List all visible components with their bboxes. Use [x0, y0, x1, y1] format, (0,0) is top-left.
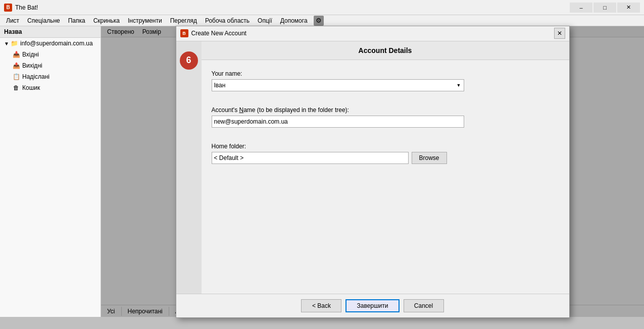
your-name-group: Your name: Іван — [212, 70, 559, 91]
finish-button[interactable]: Завершити — [345, 299, 399, 312]
account-name-group: Account's Name (to be displayed in the f… — [212, 106, 559, 128]
inbox-icon: 📥 — [12, 50, 20, 59]
title-bar-controls: – □ ✕ — [570, 3, 640, 13]
account-name-input[interactable] — [212, 116, 464, 128]
outbox-icon: 📤 — [12, 62, 20, 70]
menu-item-folder[interactable]: Папка — [64, 16, 89, 25]
home-folder-group: Home folder: Browse — [212, 143, 559, 164]
menu-bar: Лист Спеціальне Папка Скринька Інструмен… — [0, 15, 644, 26]
tree-item-inbox[interactable]: 📥 Вхідні — [0, 49, 101, 60]
tree-item-account[interactable]: ▼ 📁 info@superdomain.com.ua — [0, 38, 101, 49]
account-icon: 📁 — [10, 39, 18, 47]
app-title: The Bat! — [15, 4, 570, 11]
dialog-close-button[interactable]: ✕ — [554, 28, 565, 39]
minimize-button[interactable]: – — [570, 3, 592, 13]
account-name-label: Account's Name (to be displayed in the f… — [212, 106, 559, 114]
dialog-footer: < Back Завершити Cancel — [176, 294, 569, 317]
form-header: Account Details — [202, 41, 569, 60]
menu-item-view[interactable]: Перегляд — [166, 16, 201, 25]
expand-icon: ▼ — [4, 41, 9, 46]
form-body: Your name: Іван Account's N — [202, 60, 569, 189]
app-icon: B — [4, 4, 12, 12]
dialog: B Create New Account ✕ 6 Account Details — [176, 26, 570, 318]
panel-header: Назва — [0, 26, 101, 38]
outbox-label: Вихідні — [22, 62, 42, 69]
step-number: 6 — [180, 51, 198, 70]
cancel-button[interactable]: Cancel — [404, 299, 444, 312]
tree-item-trash[interactable]: 🗑 Кошик — [0, 82, 101, 93]
menu-item-tools[interactable]: Інструменти — [124, 16, 166, 25]
dialog-icon: B — [180, 29, 188, 37]
menu-item-special[interactable]: Спеціальне — [23, 16, 64, 25]
settings-icon[interactable]: ⚙ — [314, 16, 324, 26]
sent-icon: 📋 — [12, 73, 20, 81]
maximize-button[interactable]: □ — [593, 3, 616, 13]
browse-button[interactable]: Browse — [412, 152, 447, 164]
dialog-titlebar: B Create New Account ✕ — [176, 26, 569, 41]
dialog-title-text: Create New Account — [191, 30, 554, 37]
tree-item-sent[interactable]: 📋 Надіслані — [0, 71, 101, 82]
back-button[interactable]: < Back — [301, 299, 341, 312]
left-panel: Назва ▼ 📁 info@superdomain.com.ua 📥 Вхід… — [0, 26, 101, 317]
account-label: info@superdomain.com.ua — [20, 40, 93, 47]
your-name-select[interactable]: Іван — [212, 79, 464, 91]
menu-item-list[interactable]: Лист — [2, 16, 23, 25]
menu-item-mailbox[interactable]: Скринька — [89, 16, 124, 25]
home-folder-input[interactable] — [212, 152, 409, 164]
title-bar: B The Bat! – □ ✕ — [0, 0, 644, 15]
home-folder-row: Browse — [212, 152, 559, 164]
your-name-select-wrapper: Іван — [212, 79, 464, 91]
menu-item-workspace[interactable]: Робоча область — [201, 16, 254, 25]
app-close-button[interactable]: ✕ — [617, 3, 640, 13]
your-name-label: Your name: — [212, 70, 559, 77]
trash-icon: 🗑 — [12, 84, 20, 92]
dialog-content: 6 Account Details Your name: Іван — [176, 41, 569, 294]
inbox-label: Вхідні — [22, 51, 39, 58]
app-area: Назва ▼ 📁 info@superdomain.com.ua 📥 Вхід… — [0, 26, 644, 317]
modal-overlay: B Create New Account ✕ 6 Account Details — [101, 26, 644, 317]
trash-label: Кошик — [22, 84, 40, 91]
sent-label: Надіслані — [22, 73, 49, 80]
form-area: Account Details Your name: Іван — [202, 41, 569, 294]
right-area: Створено Розмір B Create New Account ✕ — [101, 26, 644, 317]
tree-item-outbox[interactable]: 📤 Вихідні — [0, 60, 101, 71]
home-folder-label: Home folder: — [212, 143, 559, 150]
menu-item-options[interactable]: Опції — [254, 16, 276, 25]
step-circle: 6 — [176, 41, 202, 294]
menu-item-help[interactable]: Допомога — [276, 16, 312, 25]
